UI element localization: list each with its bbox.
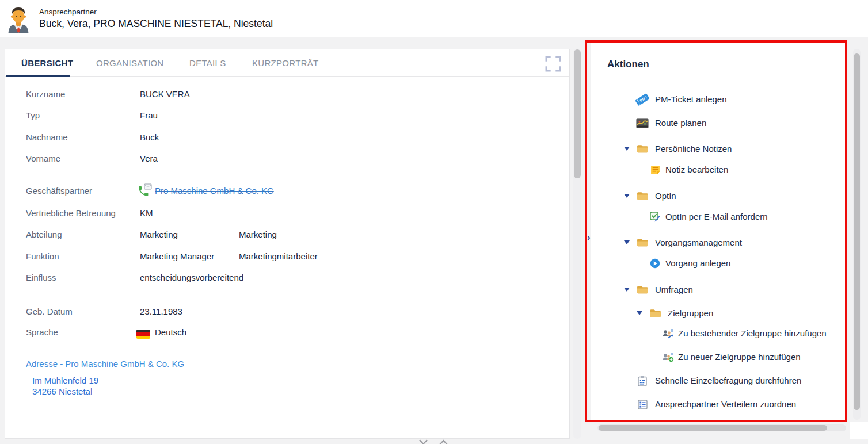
quick-survey-clipboard-icon <box>635 374 649 387</box>
action-label: Route planen <box>655 116 706 130</box>
record-header: Ansprechpartner Buck, Vera, PRO MASCHINE… <box>0 0 868 37</box>
tab-details[interactable]: DETAILS <box>189 49 226 77</box>
field-label: Kurzname <box>26 88 65 101</box>
action-label: Schnelle Einzelbefragung durchführen <box>655 374 801 388</box>
field-value: Deutsch <box>155 326 186 339</box>
distribution-list-icon <box>635 398 649 411</box>
action-label: Ansprechpartner Verteilern zuordnen <box>655 397 796 411</box>
sticky-note-icon <box>648 163 662 176</box>
sidebar-scrollbar-thumb[interactable] <box>854 53 860 410</box>
phone-email-icon[interactable] <box>136 183 152 201</box>
action-label: Persönliche Notizen <box>655 142 732 156</box>
optin-checkbox-icon <box>648 210 662 223</box>
add-to-existing-group-icon <box>661 327 675 340</box>
fullscreen-expand-icon[interactable] <box>545 56 561 72</box>
field-label: Sprache <box>26 326 58 339</box>
bottom-panel-toggle[interactable] <box>416 439 456 444</box>
field-value-2: Marketingmitarbeiter <box>239 250 318 263</box>
field-label: Typ <box>26 109 40 122</box>
tab-bar: ÜBERSICHT ORGANISATION DETAILS KURZPORTR… <box>5 49 569 77</box>
tab-uebersicht[interactable]: ÜBERSICHT <box>21 49 73 77</box>
address-city-link[interactable]: 34266 Niestetal <box>32 386 92 396</box>
field-value: Vera <box>140 152 158 165</box>
tree-collapse-triangle-icon[interactable] <box>624 194 630 198</box>
play-circle-icon <box>648 257 662 270</box>
action-label: Vorgang anlegen <box>665 257 730 270</box>
field-value: Buck <box>140 131 159 144</box>
folder-icon <box>635 143 649 155</box>
field-label: Geb. Datum <box>26 305 73 318</box>
action-label: Zu bestehender Zielgruppe hinzufügen <box>678 327 827 340</box>
business-partner-link[interactable]: Pro Maschine GmbH & Co. KG <box>155 185 274 197</box>
active-tab-underline <box>6 75 70 77</box>
tree-collapse-triangle-icon[interactable] <box>624 147 630 151</box>
action-label: Vorgangsmanagement <box>655 236 742 250</box>
action-label: OptIn <box>655 189 676 203</box>
field-value: Marketing <box>140 228 178 241</box>
action-label: Notiz bearbeiten <box>665 163 728 177</box>
page-title: Buck, Vera, PRO MASCHINE NIESTETAL, Nies… <box>39 17 273 30</box>
add-to-new-group-icon <box>661 351 675 363</box>
field-label: Einfluss <box>26 271 56 284</box>
sidebar-horizontal-scrollbar-thumb[interactable] <box>599 425 827 431</box>
field-label: Vorname <box>26 152 60 165</box>
field-value: Frau <box>140 109 158 122</box>
german-flag-icon <box>136 327 150 340</box>
field-value-2: Marketing <box>239 228 277 241</box>
pm-ticket-icon: PM <box>635 93 649 106</box>
tab-kurzportraet[interactable]: KURZPORTRÄT <box>252 49 319 77</box>
field-value: BUCK VERA <box>140 88 190 101</box>
field-value: 23.11.1983 <box>140 305 182 318</box>
tree-collapse-triangle-icon[interactable] <box>624 240 630 244</box>
field-label: Vertriebliche Betreuung <box>26 207 116 220</box>
chevron-down-icon <box>418 439 428 444</box>
field-label: Nachname <box>26 131 68 144</box>
chevron-up-icon <box>439 439 448 444</box>
tree-collapse-triangle-icon[interactable] <box>637 311 642 315</box>
action-label: Zu neuer Zielgruppe hinzufügen <box>678 350 801 364</box>
actions-panel: Aktionen PM PM-Ticket anlegen <box>591 43 845 420</box>
action-label: OptIn per E-Mail anfordern <box>665 210 768 224</box>
address-street-link[interactable]: Im Mühlenfeld 19 <box>32 376 98 385</box>
action-label: Umfragen <box>655 283 693 297</box>
action-label: PM-Ticket anlegen <box>655 93 727 106</box>
folder-icon <box>635 236 649 249</box>
field-value: Marketing Manager <box>140 250 214 263</box>
actions-panel-title: Aktionen <box>607 59 649 70</box>
field-label: Funktion <box>26 250 59 263</box>
folder-icon <box>635 190 649 202</box>
address-heading-link[interactable]: Adresse - Pro Maschine GmbH & Co. KG <box>26 359 184 369</box>
main-panel-scrollbar-thumb[interactable] <box>574 49 581 178</box>
folder-icon <box>635 284 649 296</box>
folder-icon <box>648 307 662 320</box>
overview-panel: ÜBERSICHT ORGANISATION DETAILS KURZPORTR… <box>5 49 570 439</box>
route-map-icon <box>635 117 649 129</box>
tree-collapse-triangle-icon[interactable] <box>624 288 630 292</box>
field-value: entscheidungsvorbereitend <box>140 271 243 284</box>
person-avatar-icon <box>6 4 31 33</box>
field-value: KM <box>140 207 153 220</box>
sidebar-collapse-chevron-icon[interactable]: › <box>587 232 591 243</box>
record-type-label: Ansprechpartner <box>39 7 273 17</box>
field-label: Geschäftspartner <box>26 185 92 197</box>
action-label: Zielgruppen <box>668 307 713 320</box>
tab-organisation[interactable]: ORGANISATION <box>96 49 164 77</box>
scrollbar-corner <box>850 422 868 439</box>
field-label: Abteilung <box>26 228 62 241</box>
